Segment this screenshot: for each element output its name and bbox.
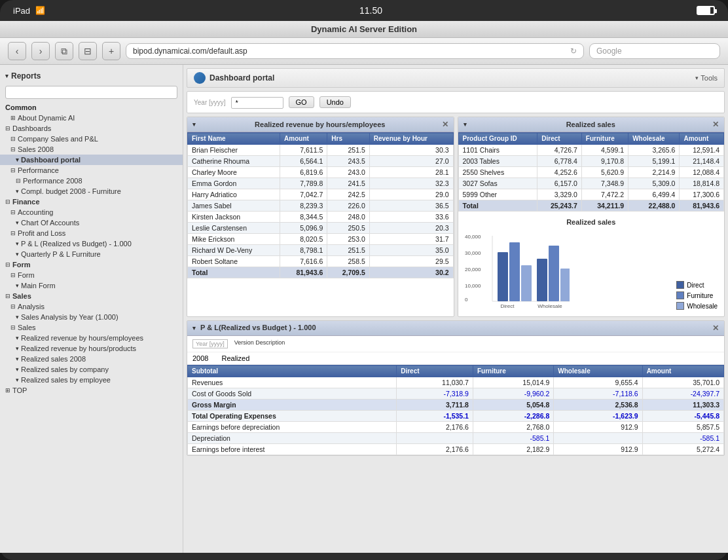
expand-icon: ⊟	[10, 136, 16, 142]
revenue-cell: 36.5	[369, 200, 453, 212]
revenue-cell: 243.5	[327, 156, 369, 167]
sidebar-item-compl-budget[interactable]: ▾ Compl. budget 2008 - Furniture	[0, 186, 183, 196]
google-search[interactable]: Google	[589, 43, 720, 59]
sidebar-item-about[interactable]: ⊞ About Dynamic AI	[0, 113, 183, 123]
bookmarks-button[interactable]: ⊟	[79, 42, 97, 60]
tabs-button[interactable]: ⧉	[55, 42, 73, 60]
pl-col-amount: Amount	[642, 365, 723, 377]
col-wholesale: Wholesale	[628, 133, 680, 145]
legend-direct-box	[676, 281, 684, 289]
sidebar-item-sales-section[interactable]: ⊟ Sales	[0, 291, 183, 301]
revenue-cell: Catherine Rhouma	[188, 156, 280, 167]
pl-panel: ▾ P & L(Realized vs Budget ) - 1.000 ✕ Y…	[187, 320, 725, 456]
sales-cell: 18,814.8	[680, 178, 724, 189]
col-hrs: Hrs	[327, 133, 369, 145]
sidebar-item-sales-analysis[interactable]: ▾ Sales Analysis by Year (1.000)	[0, 312, 183, 322]
sidebar-title: Reports	[11, 71, 41, 81]
legend-wholesale-box	[676, 302, 684, 310]
sales-total-cell: 22,488.0	[628, 200, 680, 212]
sales-cell: 6,157.0	[537, 178, 582, 189]
revenue-total-row: Total81,943.62,709.530.2	[188, 267, 454, 278]
revenue-table-row: Leslie Carstensen5,096.9250.520.3	[188, 223, 454, 234]
revenue-cell: Emma Gordon	[188, 178, 280, 189]
pl-cell: -24,397.7	[642, 388, 723, 400]
pl-table-row: Revenues11,030.715,014.99,655.435,701.0	[188, 377, 724, 388]
sales-cell: 2,214.9	[628, 167, 680, 178]
sales-cell: 2550 Shelves	[458, 167, 537, 178]
svg-text:Wholesale: Wholesale	[537, 303, 562, 308]
sales-cell: 5,620.9	[581, 167, 628, 178]
sidebar-item-realized-sales-2008[interactable]: ▾ Realized sales 2008	[0, 354, 183, 364]
sidebar-item-realized-revenue-products[interactable]: ▾ Realized revenue by hours/products	[0, 343, 183, 354]
sidebar-item-sales-2008[interactable]: ⊟ Sales 2008	[0, 144, 183, 155]
sidebar-item-form-section[interactable]: ⊟ Form	[0, 259, 183, 270]
dashboard-portal-label: Dashboard portal	[209, 73, 274, 83]
status-left: iPad 📶	[13, 6, 45, 16]
sidebar-item-sales-sub[interactable]: ⊟ Sales	[0, 322, 183, 333]
realized-revenue-close[interactable]: ✕	[442, 120, 448, 129]
sidebar-item-form[interactable]: ⊟ Form	[0, 270, 183, 280]
dashboard-logo-area: Dashboard portal	[194, 72, 274, 84]
undo-button[interactable]: Undo	[319, 96, 351, 108]
pl-cell: Depreciation	[188, 433, 397, 444]
sidebar-item-top[interactable]: ⊞ TOP	[0, 385, 183, 396]
sidebar-item-analysis[interactable]: ⊟ Analysis	[0, 301, 183, 312]
pl-cell: 2,536.8	[554, 400, 642, 411]
chart-container: 40,000 30,000 20,000 10,000 0	[465, 229, 718, 310]
realized-revenue-panel: ▾ Realized revenue by hours/employees ✕ …	[187, 117, 454, 317]
sales-cell: 3,329.0	[537, 189, 582, 200]
sidebar-item-main-form[interactable]: ▾ Main Form	[0, 280, 183, 291]
revenue-cell: 242.5	[327, 189, 369, 200]
revenue-cell: 7,789.8	[280, 178, 327, 189]
revenue-cell: Brian Fleischer	[188, 145, 280, 156]
revenue-cell: 258.5	[327, 256, 369, 267]
revenue-table-row: James Sabel8,239.3226.036.5	[188, 200, 454, 212]
sales-cell: 6,499.4	[628, 189, 680, 200]
col-product-group: Product Group ID	[458, 133, 537, 145]
revenue-table-row: Charley Moore6,819.6243.028.1	[188, 167, 454, 178]
sidebar-item-finance[interactable]: ⊟ Finance	[0, 196, 183, 207]
pl-cell: -9,960.2	[473, 388, 553, 400]
realized-sales-close[interactable]: ✕	[712, 120, 719, 129]
pl-cell: 15,014.9	[473, 377, 553, 388]
tools-button[interactable]: ▾ Tools	[695, 74, 718, 82]
legend-wholesale-label: Wholesale	[687, 303, 718, 310]
sidebar-item-realized-sales-employee[interactable]: ▾ Realized sales by employee	[0, 375, 183, 385]
revenue-cell: 29.0	[369, 189, 453, 200]
sidebar-item-company-sales[interactable]: ⊟ Company Sales and P&L	[0, 134, 183, 144]
sidebar-item-performance[interactable]: ⊟ Performance	[0, 165, 183, 176]
add-tab-button[interactable]: +	[102, 42, 120, 60]
col-revenue-hour: Revenue by Hour	[369, 133, 453, 145]
pl-close[interactable]: ✕	[712, 324, 719, 333]
revenue-table-row: Harry Adriatico7,042.7242.529.0	[188, 189, 454, 200]
revenue-table-row: Brian Fleischer7,611.5251.530.3	[188, 145, 454, 156]
sidebar-item-realized-sales-company[interactable]: ▾ Realized sales by company	[0, 364, 183, 375]
pl-cell: 35,701.0	[642, 377, 723, 388]
sidebar-item-dashboards[interactable]: ⊟ Dashboards	[0, 123, 183, 134]
url-bar[interactable]: bipod.dynamicai.com/default.asp ↻	[126, 43, 584, 59]
pl-cell: Earnings before depreciation	[188, 422, 397, 433]
back-button[interactable]: ‹	[8, 42, 26, 60]
sidebar-item-dashboard-portal[interactable]: ▾ Dashboard portal	[0, 155, 183, 165]
pl-cell: 2,176.6	[397, 444, 473, 455]
forward-button[interactable]: ›	[31, 42, 50, 60]
sidebar-item-profit-loss[interactable]: ⊟ Profit and Loss	[0, 228, 183, 238]
pl-col-wholesale: Wholesale	[554, 365, 642, 377]
chart-title: Realized sales	[465, 218, 718, 226]
sidebar-item-chart-accounts[interactable]: ▾ Chart Of Accounts	[0, 217, 183, 228]
nav-bar: ‹ › ⧉ ⊟ + bipod.dynamicai.com/default.as…	[0, 38, 728, 65]
sidebar-item-quarterly-pl[interactable]: ▾ Quarterly P & L Furniture	[0, 249, 183, 259]
sales-total-cell: 34,211.9	[581, 200, 628, 212]
sidebar-search-input[interactable]	[5, 86, 177, 99]
sidebar-item-pl-realized[interactable]: ▾ P & L (Realized vs Budget) - 1.000	[0, 238, 183, 249]
sidebar-item-performance-2008[interactable]: ⊟ Performance 2008	[0, 176, 183, 186]
pl-col-furniture: Furniture	[473, 365, 553, 377]
year-input[interactable]	[231, 97, 283, 109]
reload-icon[interactable]: ↻	[570, 47, 577, 56]
pl-year-value: 2008	[192, 354, 208, 362]
legend-furniture-box	[676, 291, 684, 299]
sidebar-item-realized-revenue-employees[interactable]: ▾ Realized revenue by hours/employees	[0, 333, 183, 343]
go-button[interactable]: GO	[289, 96, 314, 108]
pl-cell: -585.1	[473, 433, 553, 444]
sidebar-item-accounting[interactable]: ⊟ Accounting	[0, 207, 183, 217]
